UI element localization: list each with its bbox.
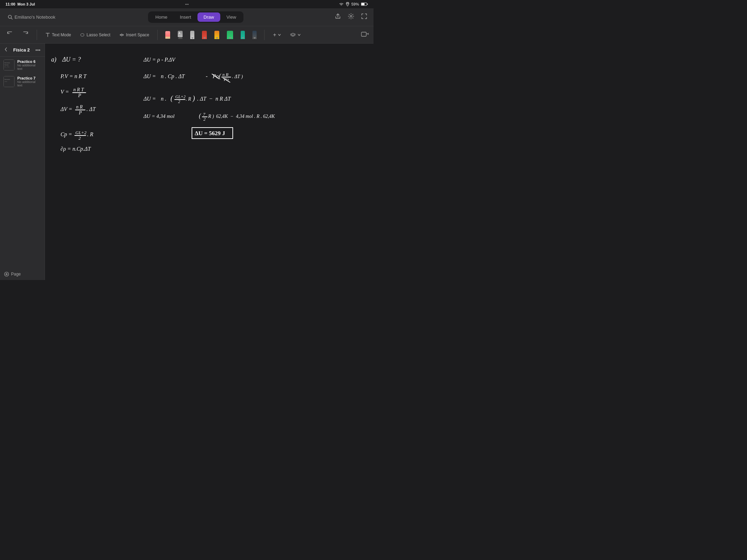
- chevron-down-icon: [278, 34, 281, 36]
- svg-line-5: [11, 18, 12, 19]
- canvas-area[interactable]: [45, 44, 374, 280]
- practico7-name: Practico 7: [17, 76, 41, 80]
- lasso-icon: [80, 32, 85, 37]
- settings-button[interactable]: [347, 12, 356, 22]
- svg-rect-8: [361, 32, 366, 36]
- battery-icon: [361, 2, 368, 6]
- gear-icon: [348, 13, 354, 19]
- status-center-dots: •••: [185, 2, 189, 6]
- layers-icon: [290, 32, 296, 37]
- tab-insert[interactable]: Insert: [174, 12, 197, 22]
- highlighter-green-tool[interactable]: [225, 30, 234, 40]
- svg-text:Intensivo: Intensivo: [4, 64, 9, 66]
- pen-a-tool[interactable]: A: [176, 30, 184, 40]
- add-page-label: Page: [11, 272, 21, 277]
- text-mode-icon: [45, 32, 50, 37]
- svg-point-0: [347, 3, 348, 4]
- status-time-date: 11:00 Mon 3 Jul: [6, 2, 35, 6]
- practico6-thumb: Intensivo Intensivo W= -∫ P dv: [3, 59, 15, 71]
- toolbar-right: [333, 12, 369, 22]
- svg-point-7: [81, 34, 84, 36]
- toolbar-left: Emiliano's Notebook: [5, 13, 58, 21]
- pencil-dark-tool[interactable]: [251, 30, 258, 40]
- svg-text:W= -∫ P dv: W= -∫ P dv: [4, 66, 10, 68]
- main-layout: Física 2 ••• Intensivo Intensivo W= -∫ P…: [0, 44, 374, 280]
- tab-draw[interactable]: Draw: [197, 12, 220, 22]
- text-mode-button[interactable]: Text Mode: [43, 31, 73, 39]
- expand-icon: [361, 13, 367, 19]
- sidebar: Física 2 ••• Intensivo Intensivo W= -∫ P…: [0, 44, 45, 280]
- sidebar-title: Física 2: [13, 47, 30, 53]
- svg-rect-2: [361, 3, 365, 5]
- search-icon: [8, 15, 13, 20]
- practico7-info: Practico 7 No additional text: [17, 76, 41, 87]
- insert-space-button[interactable]: Insert Space: [117, 31, 151, 39]
- svg-text:Intensivo: Intensivo: [4, 62, 10, 64]
- insert-space-label: Insert Space: [126, 32, 149, 37]
- add-tool-button[interactable]: +: [271, 30, 283, 39]
- sidebar-footer[interactable]: Page: [0, 268, 45, 280]
- pen-yellow-tool[interactable]: [213, 30, 221, 40]
- pencil-gray-tool[interactable]: [189, 30, 196, 40]
- search-button[interactable]: Emiliano's Notebook: [5, 13, 58, 21]
- divider-1: [37, 30, 37, 40]
- divider-2: [157, 30, 158, 40]
- sidebar-more-button[interactable]: •••: [35, 47, 40, 53]
- location-icon: [346, 2, 349, 6]
- svg-text:notas...: notas...: [4, 81, 8, 82]
- sidebar-header-icons: •••: [35, 47, 40, 53]
- tab-view[interactable]: View: [220, 12, 242, 22]
- tab-home[interactable]: Home: [149, 12, 174, 22]
- add-label: +: [273, 32, 276, 38]
- svg-rect-3: [367, 4, 368, 5]
- practico7-thumb: Intensivo notas...: [3, 76, 15, 87]
- svg-point-6: [350, 16, 352, 17]
- layers-button[interactable]: [288, 31, 303, 39]
- divider-3: [264, 30, 265, 40]
- redo-icon: [22, 31, 28, 37]
- text-mode-label: Text Mode: [52, 32, 71, 37]
- drawing-canvas[interactable]: [45, 44, 374, 280]
- lasso-select-label: Lasso Select: [86, 32, 110, 37]
- svg-text:Intensivo: Intensivo: [4, 78, 10, 80]
- main-toolbar: Emiliano's Notebook Home Insert Draw Vie…: [0, 8, 374, 26]
- sidebar-back-button[interactable]: [4, 47, 8, 53]
- sidebar-item-practico6[interactable]: Intensivo Intensivo W= -∫ P dv Practico …: [0, 57, 45, 73]
- insert-space-icon: [119, 32, 124, 37]
- practico6-name: Practico 6: [17, 59, 41, 64]
- search-label: Emiliano's Notebook: [15, 15, 55, 20]
- tools-bar: Text Mode Lasso Select Insert Space A: [0, 26, 374, 44]
- shape-tool[interactable]: [361, 31, 369, 39]
- practico6-sub: No additional text: [17, 64, 41, 71]
- pen-red-tool[interactable]: [201, 30, 208, 40]
- wifi-icon: [339, 2, 344, 6]
- expand-button[interactable]: [360, 12, 369, 22]
- chevron-down-icon-2: [298, 34, 301, 36]
- practico7-sub: No additional text: [17, 80, 41, 87]
- nav-tabs: Home Insert Draw View: [148, 11, 243, 23]
- sidebar-header: Física 2 •••: [0, 44, 45, 57]
- pen-teal-tool[interactable]: [239, 30, 246, 40]
- share-icon: [335, 13, 341, 19]
- lasso-select-button[interactable]: Lasso Select: [78, 31, 112, 39]
- status-bar: 11:00 Mon 3 Jul ••• 59%: [0, 0, 374, 8]
- practico6-info: Practico 6 No additional text: [17, 59, 41, 71]
- svg-point-4: [8, 15, 11, 18]
- eraser-tool[interactable]: [164, 30, 172, 39]
- add-page-icon: [4, 272, 9, 277]
- sidebar-item-practico7[interactable]: Intensivo notas... Practico 7 No additio…: [0, 73, 45, 90]
- battery-percent: 59%: [351, 2, 359, 6]
- status-right: 59%: [339, 2, 368, 6]
- undo-icon: [7, 31, 13, 37]
- redo-button[interactable]: [20, 30, 30, 40]
- share-button[interactable]: [333, 12, 342, 22]
- undo-button[interactable]: [5, 30, 15, 40]
